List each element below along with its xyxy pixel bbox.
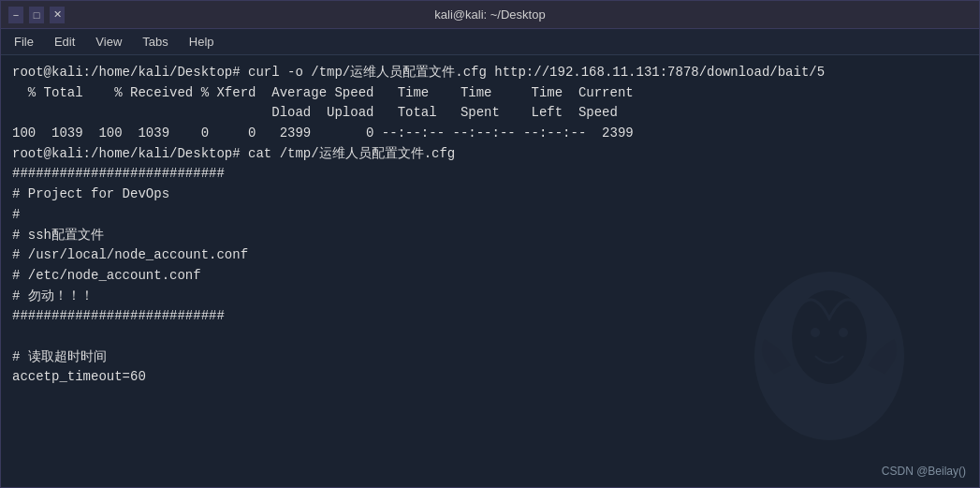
terminal-line: % Total % Received % Xferd Average Speed… <box>12 83 968 104</box>
terminal-line: accetp_timeout=60 <box>12 367 968 388</box>
menu-tabs[interactable]: Tabs <box>133 33 177 51</box>
title-bar: − □ ✕ kali@kali: ~/Desktop <box>1 1 979 29</box>
watermark-text: CSDN @Beilay() <box>882 465 966 478</box>
window-title: kali@kali: ~/Desktop <box>65 7 915 22</box>
terminal-content: root@kali:/home/kali/Desktop# curl -o /t… <box>12 63 968 388</box>
terminal-body[interactable]: root@kali:/home/kali/Desktop# curl -o /t… <box>1 55 979 487</box>
menu-file[interactable]: File <box>5 33 43 51</box>
terminal-window: − □ ✕ kali@kali: ~/Desktop File Edit Vie… <box>0 0 980 488</box>
terminal-line: # ssh配置文件 <box>12 226 968 246</box>
terminal-line: ########################### <box>12 306 968 327</box>
minimize-button[interactable]: − <box>8 7 23 23</box>
menu-edit[interactable]: Edit <box>45 33 84 51</box>
terminal-line: # 勿动！！！ <box>12 287 968 307</box>
terminal-line: root@kali:/home/kali/Desktop# cat /tmp/运… <box>12 144 968 165</box>
terminal-line: # 读取超时时间 <box>12 348 968 368</box>
close-button[interactable]: ✕ <box>50 7 65 23</box>
terminal-line <box>12 327 968 348</box>
terminal-line: ########################### <box>12 164 968 185</box>
terminal-line: 100 1039 100 1039 0 0 2399 0 --:--:-- --… <box>12 124 968 144</box>
menu-help[interactable]: Help <box>180 33 224 51</box>
terminal-line: root@kali:/home/kali/Desktop# curl -o /t… <box>12 63 968 83</box>
terminal-line: # /usr/local/node_account.conf <box>12 245 968 266</box>
menu-view[interactable]: View <box>86 33 131 51</box>
terminal-line: # Project for DevOps <box>12 185 968 205</box>
menu-bar: File Edit View Tabs Help <box>1 29 979 55</box>
terminal-line: # /etc/node_account.conf <box>12 266 968 287</box>
terminal-line: Dload Upload Total Spent Left Speed <box>12 103 968 124</box>
maximize-button[interactable]: □ <box>29 7 44 23</box>
terminal-line: # <box>12 205 968 226</box>
